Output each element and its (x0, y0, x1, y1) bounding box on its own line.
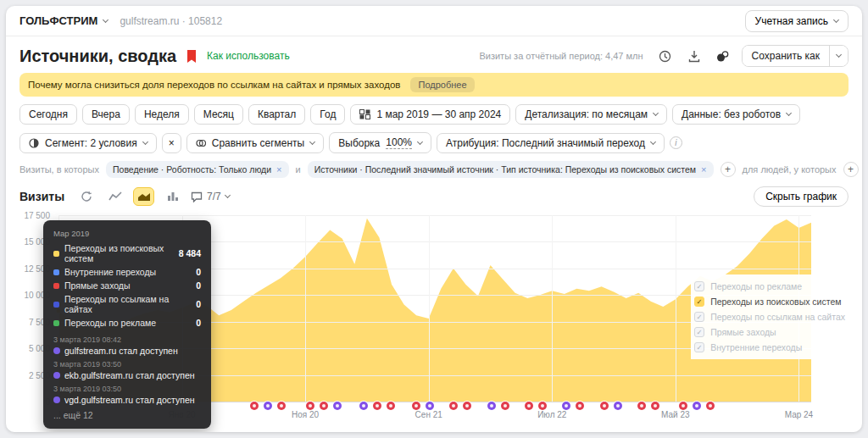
legend-item[interactable]: ✓Внутренние переходы (694, 342, 845, 352)
filter-chip-source[interactable]: Источники · Последний значимый источник … (308, 161, 714, 178)
series-color-dot (53, 283, 59, 289)
save-as-button[interactable]: Сохранить как (743, 46, 829, 66)
legend-label: Внутренние переходы (710, 342, 802, 352)
event-marker-icon[interactable] (637, 402, 646, 410)
period-buttons: СегодняВчераНеделяМесяцКварталГод (19, 104, 345, 125)
segment-clear-button[interactable]: × (162, 133, 181, 153)
event-marker-icon[interactable] (264, 402, 272, 410)
event-marker-icon[interactable] (373, 402, 381, 410)
series-color-dot (53, 320, 59, 326)
legend-item[interactable]: ✓Переходы из поисковых систем (694, 297, 845, 307)
event-marker-icon[interactable] (250, 402, 259, 410)
legend-checkbox[interactable]: ✓ (694, 327, 704, 337)
event-marker-icon[interactable] (306, 402, 314, 410)
refresh-icon[interactable] (75, 187, 97, 206)
bar-chart-icon[interactable] (162, 187, 183, 206)
chart-legend: ✓Переходы по рекламе✓Переходы из поисков… (691, 274, 849, 359)
event-text: ekb.gulfstream.ru стал доступен (64, 370, 195, 380)
info-icon[interactable]: i (670, 136, 682, 149)
add-user-filter-button[interactable]: + (843, 162, 859, 177)
legend-item[interactable]: ✓Прямые заходы (694, 327, 845, 337)
legend-label: Переходы из поисковых систем (710, 297, 841, 307)
filter-suffix: для людей, у которых (743, 164, 837, 175)
legend-item[interactable]: ✓Переходы по рекламе (694, 281, 845, 291)
event-marker-icon[interactable] (359, 402, 368, 410)
period-button-0[interactable]: Сегодня (19, 104, 77, 125)
project-switcher[interactable]: ГОЛЬФСТРИМ (19, 14, 108, 27)
event-marker-icon[interactable] (277, 402, 286, 410)
chevron-down-icon (833, 16, 839, 22)
series-value: 0 (196, 299, 201, 309)
sample-select[interactable]: Выборка 100% (329, 132, 431, 153)
add-filter-button[interactable]: + (721, 162, 736, 177)
save-as-menu-button[interactable] (829, 46, 848, 66)
event-marker-icon[interactable] (706, 402, 715, 410)
tooltip-series-list: Переходы из поисковых систем8 484Внутрен… (53, 243, 201, 328)
segment-button[interactable]: Сегмент: 2 условия (19, 133, 157, 153)
gridline-vertical (552, 215, 553, 402)
series-value: 0 (196, 318, 201, 328)
event-marker-icon[interactable] (576, 402, 584, 410)
period-button-3[interactable]: Месяц (194, 104, 243, 125)
period-button-5[interactable]: Год (310, 104, 345, 125)
event-marker-icon[interactable] (614, 402, 622, 410)
legend-checkbox[interactable]: ✓ (694, 281, 704, 291)
event-marker-icon[interactable] (562, 402, 570, 410)
gridline-vertical (429, 215, 430, 402)
account-button[interactable]: Учетная запись (745, 10, 849, 32)
legend-checkbox[interactable]: ✓ (694, 297, 704, 307)
legend-item[interactable]: ✓Переходы по ссылкам на сайтах (694, 312, 845, 322)
gridline-vertical (676, 215, 676, 402)
event-marker-icon[interactable] (679, 402, 687, 410)
area-chart-icon[interactable] (133, 187, 154, 206)
detail-value: Детализация: по месяцам (525, 108, 648, 120)
event-marker-icon[interactable] (501, 402, 509, 410)
data-mode-select[interactable]: Данные: без роботов (672, 104, 800, 125)
event-marker-icon[interactable] (463, 402, 471, 410)
event-text: gulfstream.ru стал доступен (64, 346, 178, 356)
compare-segments-button[interactable]: Сравнить сегменты (186, 133, 325, 153)
date-range-button[interactable]: 1 мар 2019 — 30 апр 2024 (350, 104, 510, 125)
how-to-use-link[interactable]: Как использовать (207, 50, 290, 62)
attribution-select[interactable]: Атрибуция: Последний значимый переход (437, 133, 665, 153)
event-marker-icon[interactable] (651, 402, 659, 410)
hide-chart-button[interactable]: Скрыть график (754, 186, 849, 207)
tooltip-more-events[interactable]: ... ещё 12 (53, 410, 201, 420)
legend-checkbox[interactable]: ✓ (694, 342, 704, 352)
title-row: Источники, сводка Как использовать Визит… (6, 36, 862, 73)
schedule-icon[interactable] (655, 47, 676, 65)
close-icon[interactable]: × (701, 164, 706, 175)
download-icon[interactable] (684, 47, 704, 65)
series-value: 0 (196, 280, 201, 291)
event-marker-icon[interactable] (525, 402, 533, 410)
legend-checkbox[interactable]: ✓ (694, 312, 704, 322)
event-marker-icon[interactable] (449, 402, 458, 410)
event-marker-icon[interactable] (693, 402, 701, 410)
period-button-1[interactable]: Вчера (82, 104, 130, 125)
event-marker-icon[interactable] (320, 402, 328, 410)
period-button-2[interactable]: Неделя (135, 104, 189, 125)
bookmark-icon[interactable] (185, 47, 198, 65)
page-title: Источники, сводка (19, 47, 176, 66)
comments-select[interactable]: 7/7 (191, 191, 230, 202)
detail-select[interactable]: Детализация: по месяцам (515, 104, 667, 125)
event-marker-icon[interactable] (387, 402, 395, 410)
event-marker-icon[interactable] (412, 402, 420, 410)
tooltip-date: Мар 2019 (53, 229, 201, 238)
close-icon[interactable]: × (276, 164, 281, 175)
chevron-down-icon (225, 192, 231, 198)
period-row: СегодняВчераНеделяМесяцКварталГод 1 мар … (19, 104, 849, 125)
apps-icon[interactable] (713, 47, 733, 65)
event-marker-icon[interactable] (426, 402, 434, 410)
event-marker-icon[interactable] (487, 402, 496, 410)
event-marker-icon[interactable] (538, 402, 547, 410)
project-name: ГОЛЬФСТРИМ (19, 14, 97, 27)
notice-text: Почему могла снизиться доля переходов по… (28, 80, 400, 90)
event-marker-icon[interactable] (333, 402, 342, 410)
filter-chip-behavior[interactable]: Поведение · Роботность: Только люди × (106, 161, 289, 178)
line-chart-icon[interactable] (104, 187, 125, 206)
notice-more-button[interactable]: Подробнее (410, 77, 474, 92)
chart-tooltip: Мар 2019 Переходы из поисковых систем8 4… (43, 220, 211, 429)
period-button-4[interactable]: Квартал (248, 104, 305, 125)
event-marker-icon[interactable] (600, 402, 609, 410)
